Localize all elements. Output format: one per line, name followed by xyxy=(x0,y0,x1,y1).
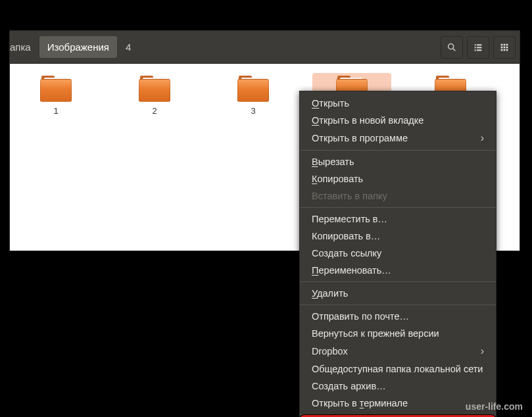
menu-copy-to[interactable]: Копировать в… xyxy=(300,228,496,245)
menu-delete[interactable]: Удалить xyxy=(300,285,496,302)
menu-public-folder[interactable]: Общедоступная папка локальной сети xyxy=(300,360,496,378)
context-menu: Открыть Открыть в новой вкладке Открыть … xyxy=(299,91,496,417)
menu-make-archive[interactable]: Создать архив… xyxy=(300,378,496,395)
menu-open-new-tab[interactable]: Открыть в новой вкладке xyxy=(300,112,496,129)
svg-rect-14 xyxy=(501,49,503,51)
breadcrumb-current[interactable]: Изображения xyxy=(39,36,117,58)
svg-rect-2 xyxy=(475,44,476,45)
toolbar xyxy=(441,36,516,59)
svg-rect-10 xyxy=(506,43,508,45)
list-view-button[interactable] xyxy=(467,36,489,59)
svg-rect-15 xyxy=(504,49,506,51)
svg-rect-4 xyxy=(475,47,476,48)
breadcrumb: апка Изображения 4 xyxy=(10,31,441,63)
menu-separator xyxy=(300,150,496,151)
menu-move-to[interactable]: Переместить в… xyxy=(300,210,496,228)
menu-rename[interactable]: Переименовать… xyxy=(300,262,496,279)
folder-item[interactable]: 2 xyxy=(115,73,194,120)
titlebar: апка Изображения 4 xyxy=(10,31,520,64)
svg-rect-16 xyxy=(506,49,508,51)
svg-rect-6 xyxy=(475,49,476,51)
menu-revert[interactable]: Вернуться к прежней версии xyxy=(300,325,496,342)
menu-separator xyxy=(300,282,496,282)
folder-label: 1 xyxy=(53,106,58,116)
menu-send-mail[interactable]: Отправить по почте… xyxy=(300,308,496,325)
search-button[interactable] xyxy=(441,36,463,59)
folder-icon xyxy=(236,76,270,103)
menu-separator xyxy=(300,207,496,208)
svg-rect-12 xyxy=(504,46,506,48)
svg-rect-11 xyxy=(501,46,503,48)
menu-paste-into: Вставить в папку xyxy=(300,187,496,205)
menu-separator xyxy=(300,305,496,305)
folder-icon xyxy=(137,76,172,103)
svg-rect-13 xyxy=(506,46,508,48)
svg-rect-9 xyxy=(504,43,506,45)
svg-rect-5 xyxy=(477,47,481,48)
svg-rect-3 xyxy=(477,44,481,45)
folder-label: 3 xyxy=(251,106,255,116)
svg-point-0 xyxy=(448,43,454,49)
menu-make-link[interactable]: Создать ссылку xyxy=(300,245,496,262)
list-icon xyxy=(473,42,483,53)
chevron-right-icon: › xyxy=(481,132,484,144)
menu-separator xyxy=(300,414,496,415)
menu-open-with[interactable]: Открыть в программе› xyxy=(300,129,496,147)
menu-open[interactable]: Открыть xyxy=(300,95,496,112)
menu-cut[interactable]: Вырезать xyxy=(300,153,496,170)
chevron-right-icon: › xyxy=(481,345,484,357)
search-icon xyxy=(447,42,457,53)
folder-item[interactable]: 3 xyxy=(214,73,293,120)
menu-dropbox[interactable]: Dropbox› xyxy=(300,342,496,360)
breadcrumb-child[interactable]: 4 xyxy=(118,36,139,58)
folder-item[interactable]: 1 xyxy=(16,73,95,120)
svg-rect-7 xyxy=(477,49,481,51)
watermark: user-life.com xyxy=(466,401,523,412)
grid-icon xyxy=(499,42,510,53)
menu-copy[interactable]: Копировать xyxy=(300,170,496,187)
breadcrumb-parent[interactable]: апка xyxy=(10,36,39,58)
folder-label: 2 xyxy=(152,106,157,116)
grid-view-button[interactable] xyxy=(493,36,516,59)
svg-line-1 xyxy=(453,49,455,51)
svg-rect-8 xyxy=(501,43,503,45)
folder-icon xyxy=(39,76,73,103)
